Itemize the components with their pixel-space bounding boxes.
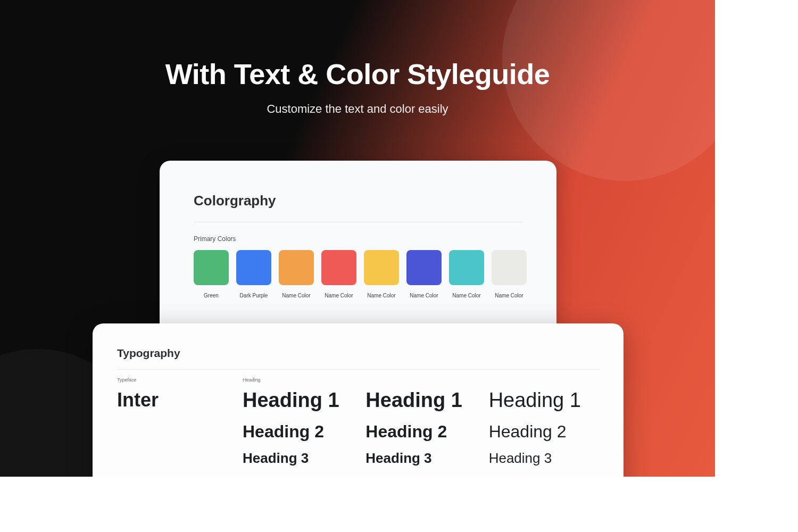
swatch-chip <box>449 250 484 285</box>
color-swatch: Name Color <box>449 250 484 298</box>
hero-title: With Text & Color Styleguide <box>0 57 715 90</box>
swatch-chip <box>406 250 442 285</box>
divider <box>194 222 522 222</box>
swatch-row: GreenDark PurpleName ColorName ColorName… <box>194 250 522 298</box>
color-swatch: Dark Purple <box>236 250 271 298</box>
color-styleguide-card: Colorgraphy Primary Colors GreenDark Pur… <box>160 161 556 342</box>
color-swatch: Name Color <box>406 250 442 298</box>
swatch-chip <box>321 250 356 285</box>
stage: With Text & Color Styleguide Customize t… <box>0 0 715 477</box>
heading-sample-h2: Heading 2 <box>365 422 476 442</box>
color-swatch: Name Color <box>321 250 356 298</box>
heading-sample-h1: Heading 1 <box>243 389 353 412</box>
heading-label: Heading <box>243 377 353 383</box>
heading-columns: HeadingHeading 1Heading 2Heading 3Headin… <box>243 377 599 467</box>
color-card-title: Colorgraphy <box>194 193 522 209</box>
swatch-chip <box>492 250 527 285</box>
color-swatch: Name Color <box>279 250 314 298</box>
heading-sample-h1: Heading 1 <box>489 389 599 412</box>
heading-sample-h3: Heading 3 <box>489 451 599 467</box>
swatch-name: Name Color <box>325 293 353 298</box>
heading-sample-h2: Heading 2 <box>243 422 353 442</box>
swatch-chip <box>364 250 399 285</box>
hero: With Text & Color Styleguide Customize t… <box>0 57 715 116</box>
heading-column: HeadingHeading 1Heading 2Heading 3 <box>365 377 476 467</box>
swatch-name: Green <box>204 293 219 298</box>
heading-sample-h1: Heading 1 <box>365 389 476 412</box>
typo-card-title: Typography <box>117 347 599 360</box>
swatch-name: Name Color <box>495 293 523 298</box>
divider <box>117 369 599 370</box>
swatch-name: Name Color <box>367 293 395 298</box>
heading-sample-h2: Heading 2 <box>489 422 599 442</box>
swatch-chip <box>194 250 229 285</box>
typeface-label: Typeface <box>117 377 243 383</box>
primary-colors-label: Primary Colors <box>194 235 522 243</box>
typeface-name: Inter <box>117 389 243 411</box>
heading-sample-h3: Heading 3 <box>365 451 476 467</box>
hero-subtitle: Customize the text and color easily <box>0 102 715 116</box>
color-swatch: Name Color <box>364 250 399 298</box>
swatch-chip <box>279 250 314 285</box>
color-swatch: Name Color <box>492 250 527 298</box>
swatch-chip <box>236 250 271 285</box>
heading-column: HeadingHeading 1Heading 2Heading 3 <box>243 377 353 467</box>
typography-styleguide-card: Typography Typeface Inter HeadingHeading… <box>93 323 624 477</box>
color-swatch: Green <box>194 250 229 298</box>
heading-sample-h3: Heading 3 <box>243 451 353 467</box>
swatch-name: Name Color <box>282 293 310 298</box>
swatch-name: Name Color <box>410 293 438 298</box>
heading-column: HeadingHeading 1Heading 2Heading 3 <box>489 377 599 467</box>
swatch-name: Name Color <box>452 293 480 298</box>
swatch-name: Dark Purple <box>240 293 268 298</box>
